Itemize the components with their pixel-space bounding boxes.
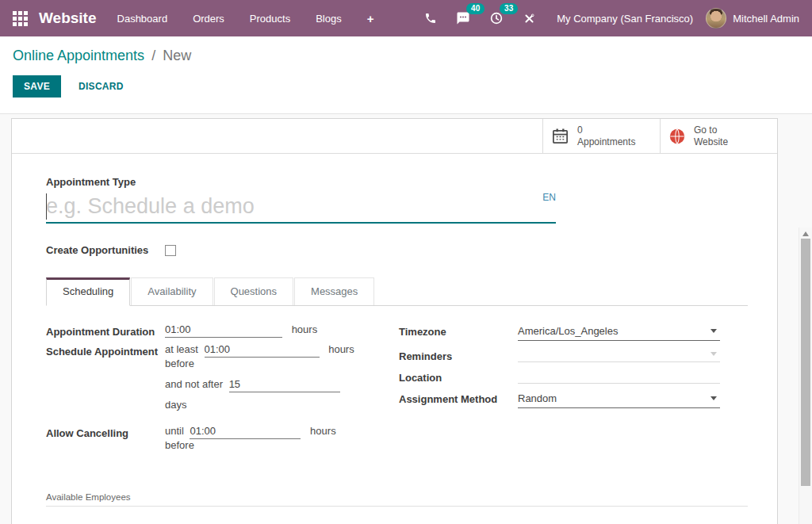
appointment-duration-row: Appointment Duration hours [46,323,399,338]
cancel-until-prefix: until [165,425,184,437]
top-navbar: Website Dashboard Orders Products Blogs … [0,0,812,36]
assignment-method-value: Random [518,392,557,404]
schedule-appointment-label: Schedule Appointment [46,343,165,419]
scrollbar-thumb[interactable] [801,239,810,486]
activities-clock-icon[interactable]: 33 [480,6,513,30]
location-row: Location [399,369,720,384]
create-opportunities-label: Create Opportunities [46,244,165,256]
company-switcher[interactable]: My Company (San Francisco) [546,13,706,25]
appointment-duration-suffix: hours [292,323,318,335]
max-schedule-days-input[interactable] [229,378,340,392]
schedule-not-after-prefix: and not after [165,378,223,390]
timezone-row: Timezone America/Los_Angeles [399,323,720,341]
phone-icon[interactable] [415,7,446,29]
appointments-count: 0 [577,124,583,136]
breadcrumb-separator: / [148,48,159,63]
vertical-scrollbar[interactable] [799,228,812,524]
location-input[interactable] [518,369,720,384]
user-name: Mitchell Admin [733,13,799,25]
save-button[interactable]: SAVE [13,75,61,98]
assignment-method-row: Assignment Method Random [399,391,720,408]
apps-menu-icon[interactable] [13,11,28,26]
assignment-method-select[interactable]: Random [518,391,720,408]
employees-table-header: Employee Name Working Hours ⋮ [46,517,748,524]
appointments-label: Appointments [577,136,635,147]
user-menu[interactable]: Mitchell Admin [706,8,799,29]
content-area: 0 Appointments Go to Website Appointment… [0,113,812,524]
notebook-tabs: Scheduling Availability Questions Messag… [46,277,748,306]
breadcrumb-root-link[interactable]: Online Appointments [13,48,144,63]
timezone-label: Timezone [399,323,518,341]
min-schedule-hours-input[interactable] [205,343,320,358]
assignment-method-label: Assignment Method [399,391,518,408]
timezone-value: America/Los_Angeles [518,325,618,337]
nav-item-products[interactable]: Products [237,2,303,35]
schedule-days-text: days [165,399,354,414]
go-to-website-button[interactable]: Go to Website [660,119,777,153]
appointment-type-label: Appointment Type [46,176,748,188]
nav-item-blogs[interactable]: Blogs [303,2,354,35]
appointment-type-input[interactable] [46,190,556,222]
tab-questions[interactable]: Questions [214,277,294,305]
create-opportunities-checkbox[interactable] [165,245,176,256]
chevron-down-icon [710,352,717,356]
schedule-appointment-row: Schedule Appointment at least hours befo… [46,343,399,419]
cancel-before-text: before [165,439,336,454]
appointment-duration-label: Appointment Duration [46,323,165,338]
schedule-before-text: before [165,358,354,373]
schedule-prefix: at least [165,343,198,355]
scroll-up-arrow-icon[interactable] [802,231,809,236]
allow-cancelling-label: Allow Cancelling [46,425,165,460]
cancel-hours-suffix: hours [310,425,336,437]
globe-icon [668,128,686,145]
breadcrumb-current: New [163,48,191,63]
calendar-icon [551,127,569,145]
reminders-row: Reminders [399,348,720,362]
nav-item-new-plus[interactable]: + [354,2,387,36]
location-label: Location [399,369,518,384]
control-panel: Online Appointments / New SAVE DISCARD [0,36,812,113]
schedule-hours-suffix: hours [328,343,354,355]
nav-item-dashboard[interactable]: Dashboard [105,2,181,35]
appointments-stat-button[interactable]: 0 Appointments [542,119,660,153]
form-sheet: 0 Appointments Go to Website Appointment… [11,118,778,524]
scheduling-tab-content: Appointment Duration hours Schedule Appo… [46,323,748,465]
text-cursor [46,193,47,220]
translation-language-badge[interactable]: EN [542,192,556,203]
messages-icon[interactable]: 40 [446,6,480,30]
allow-cancelling-row: Allow Cancelling until hours before [46,425,399,460]
cancel-hours-input[interactable] [190,425,301,439]
chevron-down-icon [710,329,717,333]
tab-availability[interactable]: Availability [131,277,213,305]
tab-messages[interactable]: Messages [294,277,374,305]
tools-icon[interactable] [513,7,546,30]
nav-item-orders[interactable]: Orders [180,2,237,35]
available-employees-section-label: Available Employees [46,492,748,507]
button-box: 0 Appointments Go to Website [12,119,777,154]
reminders-label: Reminders [399,348,518,362]
employees-table: Employee Name Working Hours ⋮ Add a line [46,517,748,524]
app-brand[interactable]: Website [39,10,97,27]
user-avatar [706,8,726,29]
go-to-website-line1: Go to [694,124,717,136]
discard-button[interactable]: DISCARD [67,75,135,98]
timezone-select[interactable]: America/Los_Angeles [518,323,720,341]
appointment-type-field: EN [46,190,556,224]
chevron-down-icon [710,396,717,400]
appointment-duration-input[interactable] [165,323,282,338]
reminders-select[interactable] [518,348,720,362]
breadcrumb: Online Appointments / New [13,48,799,64]
go-to-website-line2: Website [694,136,728,147]
tab-scheduling[interactable]: Scheduling [46,277,130,306]
